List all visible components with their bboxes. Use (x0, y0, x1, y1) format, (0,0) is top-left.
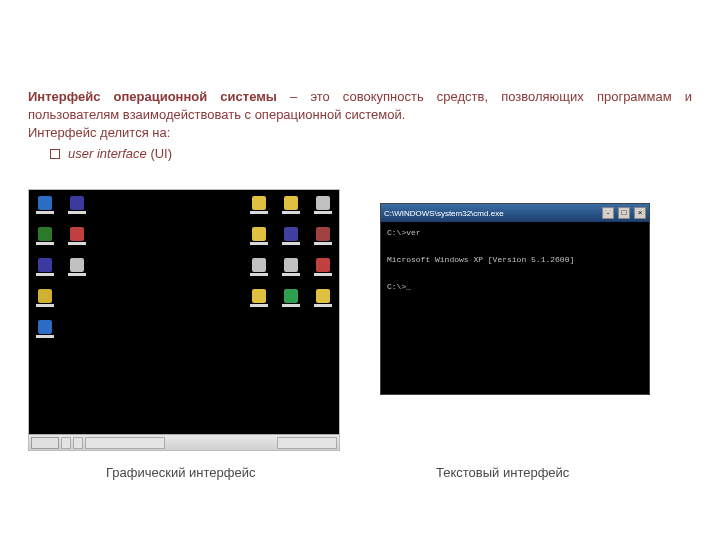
cmd-titlebar: C:\WINDOWS\system32\cmd.exe - □ × (381, 204, 649, 222)
taskbar-tray-icon (61, 437, 71, 449)
desktop-icon (281, 227, 301, 251)
desktop-icon (35, 258, 55, 282)
desktop-icon (313, 289, 333, 313)
close-icon: × (634, 207, 646, 219)
desktop-icon-column (35, 196, 55, 434)
bullet-text: user interface (UI) (68, 146, 172, 161)
taskbar-systray (277, 437, 337, 449)
cmd-body: C:\>ver Microsoft Windows XP [Version 5.… (381, 222, 649, 394)
desktop-icon (35, 196, 55, 220)
taskbar (29, 434, 339, 450)
figure-cmd-window: C:\WINDOWS\system32\cmd.exe - □ × C:\>ve… (380, 203, 650, 395)
desktop-area (29, 190, 339, 434)
taskbar-task (85, 437, 165, 449)
caption-text: Текстовый интерфейс (436, 465, 569, 480)
captions-row: Графический интерфейс Текстовый интерфей… (28, 465, 692, 480)
desktop-icon (67, 196, 87, 220)
bullet-item: user interface (UI) (50, 146, 692, 161)
desktop-icon (67, 227, 87, 251)
cmd-title-text: C:\WINDOWS\system32\cmd.exe (384, 209, 598, 218)
desktop-icon (313, 196, 333, 220)
desktop-icon (281, 289, 301, 313)
term-bold: Интерфейс операционной системы (28, 89, 277, 104)
desktop-icon (313, 258, 333, 282)
desktop-icon (249, 196, 269, 220)
start-button (31, 437, 59, 449)
figures-row: C:\WINDOWS\system32\cmd.exe - □ × C:\>ve… (28, 189, 692, 451)
taskbar-tray-icon (73, 437, 83, 449)
definition-paragraph: Интерфейс операционной системы – это сов… (28, 88, 692, 123)
caption-gui: Графический интерфейс (106, 465, 386, 480)
desktop-icon (67, 258, 87, 282)
desktop-icon (35, 320, 55, 344)
desktop-icon (281, 196, 301, 220)
desktop-icon-column (249, 196, 269, 434)
desktop-icon-column (313, 196, 333, 434)
subheading: Интерфейс делится на: (28, 125, 692, 140)
minimize-icon: - (602, 207, 614, 219)
figure-gui-desktop (28, 189, 340, 451)
desktop-icon (249, 289, 269, 313)
desktop-icon (35, 289, 55, 313)
bullet-square-icon (50, 149, 60, 159)
desktop-icon (281, 258, 301, 282)
maximize-icon: □ (618, 207, 630, 219)
desktop-icon-column (281, 196, 301, 434)
desktop-icon (313, 227, 333, 251)
desktop-icon (249, 258, 269, 282)
desktop-icon (249, 227, 269, 251)
desktop-icon (35, 227, 55, 251)
desktop-icon-column (67, 196, 87, 434)
